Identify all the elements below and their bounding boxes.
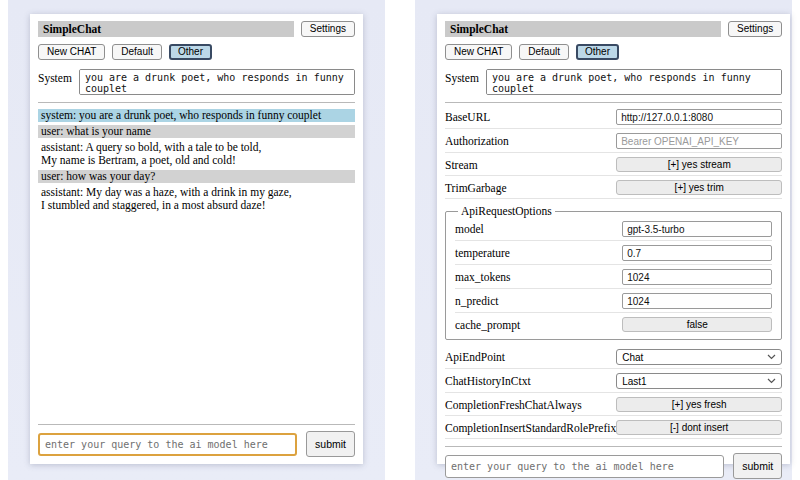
completion-insert-role-prefix-toggle-button[interactable]: [-] dont insert bbox=[616, 420, 782, 435]
select-value: Last1 bbox=[622, 376, 646, 387]
chevron-down-icon bbox=[767, 378, 776, 384]
setting-label: CompletionFreshChatAlways bbox=[445, 399, 582, 411]
app-header: SimpleChat Settings bbox=[38, 21, 355, 37]
chat-view-screenshot: SimpleChat Settings New CHAT Default Oth… bbox=[8, 0, 385, 480]
authorization-input[interactable] bbox=[616, 133, 782, 149]
setting-row-api-endpoint: ApiEndPoint Chat bbox=[445, 345, 782, 369]
chat-message-user: user: what is your name bbox=[38, 125, 355, 138]
setting-label: temperature bbox=[455, 247, 510, 259]
divider bbox=[38, 424, 355, 425]
query-input[interactable] bbox=[38, 433, 297, 456]
app-title-bar: SimpleChat bbox=[445, 21, 721, 37]
setting-row-authorization: Authorization bbox=[445, 129, 782, 153]
session-default-button[interactable]: Default bbox=[112, 44, 162, 60]
chat-message-user: user: how was your day? bbox=[38, 170, 355, 183]
chat-message-assistant: assistant: My day was a haze, with a dri… bbox=[38, 186, 355, 212]
settings-view-screenshot: SimpleChat Settings New CHAT Default Oth… bbox=[415, 0, 792, 480]
submit-button[interactable]: submit bbox=[306, 431, 355, 457]
setting-row-trimgarbage: TrimGarbage [+] yes trim bbox=[445, 176, 782, 199]
setting-row-stream: Stream [+] yes stream bbox=[445, 153, 782, 176]
n-predict-input[interactable] bbox=[622, 293, 772, 309]
system-prompt-textarea[interactable]: you are a drunk poet, who responds in fu… bbox=[79, 69, 355, 95]
setting-label: CompletionInsertStandardRolePrefix bbox=[445, 422, 616, 434]
setting-label: Authorization bbox=[445, 135, 509, 147]
setting-row-completion-insert-standard-role-prefix: CompletionInsertStandardRolePrefix [-] d… bbox=[445, 416, 782, 439]
simplechat-settings-view: SimpleChat Settings New CHAT Default Oth… bbox=[437, 14, 790, 464]
session-other-button[interactable]: Other bbox=[576, 44, 619, 60]
app-header: SimpleChat Settings bbox=[445, 21, 782, 37]
setting-label: n_predict bbox=[455, 295, 498, 307]
settings-button[interactable]: Settings bbox=[728, 21, 782, 37]
new-chat-button[interactable]: New CHAT bbox=[445, 44, 512, 60]
session-default-button[interactable]: Default bbox=[519, 44, 569, 60]
setting-label: TrimGarbage bbox=[445, 182, 507, 194]
setting-label: cache_prompt bbox=[455, 319, 520, 331]
setting-row-completion-fresh-chat-always: CompletionFreshChatAlways [+] yes fresh bbox=[445, 393, 782, 416]
settings-list: BaseURL Authorization Stream [+] yes str… bbox=[445, 105, 782, 439]
trimgarbage-toggle-button[interactable]: [+] yes trim bbox=[616, 180, 782, 195]
api-request-options-legend: ApiRequestOptions bbox=[458, 205, 555, 217]
setting-label: ChatHistoryInCtxt bbox=[445, 375, 531, 387]
session-toolbar: New CHAT Default Other bbox=[445, 44, 782, 60]
session-toolbar: New CHAT Default Other bbox=[38, 44, 355, 60]
app-title: SimpleChat bbox=[450, 23, 508, 35]
chat-message-system: system: you are a drunk poet, who respon… bbox=[38, 109, 355, 122]
setting-label: ApiEndPoint bbox=[445, 351, 505, 363]
spacer bbox=[38, 215, 355, 417]
setting-label: BaseURL bbox=[445, 111, 490, 123]
chevron-down-icon bbox=[767, 354, 776, 360]
system-prompt-row: System you are a drunk poet, who respond… bbox=[445, 69, 782, 95]
divider bbox=[445, 102, 782, 103]
baseurl-input[interactable] bbox=[616, 109, 782, 125]
system-prompt-row: System you are a drunk poet, who respond… bbox=[38, 69, 355, 95]
simplechat-chat-view: SimpleChat Settings New CHAT Default Oth… bbox=[30, 14, 363, 464]
submit-button[interactable]: submit bbox=[733, 453, 782, 479]
chat-history-in-ctxt-select[interactable]: Last1 bbox=[616, 373, 782, 389]
query-input[interactable] bbox=[445, 455, 724, 478]
composite-stage: SimpleChat Settings New CHAT Default Oth… bbox=[0, 0, 800, 480]
new-chat-button[interactable]: New CHAT bbox=[38, 44, 105, 60]
setting-row-chat-history-in-ctxt: ChatHistoryInCtxt Last1 bbox=[445, 369, 782, 393]
system-label: System bbox=[38, 69, 72, 84]
system-label: System bbox=[445, 69, 479, 84]
setting-row-max-tokens: max_tokens bbox=[455, 265, 772, 289]
setting-label: Stream bbox=[445, 159, 478, 171]
query-row: submit bbox=[445, 453, 782, 479]
temperature-input[interactable] bbox=[622, 245, 772, 261]
setting-row-baseurl: BaseURL bbox=[445, 105, 782, 129]
model-input[interactable] bbox=[622, 221, 772, 237]
setting-row-cache-prompt: cache_prompt false bbox=[455, 313, 772, 335]
divider bbox=[38, 102, 355, 103]
divider bbox=[445, 446, 782, 447]
setting-row-model: model bbox=[455, 217, 772, 241]
api-endpoint-select[interactable]: Chat bbox=[616, 349, 782, 365]
setting-label: max_tokens bbox=[455, 271, 511, 283]
setting-row-temperature: temperature bbox=[455, 241, 772, 265]
max-tokens-input[interactable] bbox=[622, 269, 772, 285]
chat-message-assistant: assistant: A query so bold, with a tale … bbox=[38, 141, 355, 167]
stream-toggle-button[interactable]: [+] yes stream bbox=[616, 157, 782, 172]
select-value: Chat bbox=[622, 352, 643, 363]
completion-fresh-chat-toggle-button[interactable]: [+] yes fresh bbox=[616, 397, 782, 412]
session-other-button[interactable]: Other bbox=[169, 44, 212, 60]
app-title-bar: SimpleChat bbox=[38, 21, 294, 37]
cache-prompt-toggle-button[interactable]: false bbox=[622, 317, 772, 332]
system-prompt-textarea[interactable]: you are a drunk poet, who responds in fu… bbox=[486, 69, 782, 95]
chat-messages: system: you are a drunk poet, who respon… bbox=[38, 109, 355, 215]
setting-label: model bbox=[455, 223, 484, 235]
app-title: SimpleChat bbox=[43, 23, 101, 35]
api-request-options-fieldset: ApiRequestOptions model temperature max_… bbox=[445, 205, 782, 340]
setting-row-n-predict: n_predict bbox=[455, 289, 772, 313]
query-row: submit bbox=[38, 431, 355, 457]
settings-button[interactable]: Settings bbox=[301, 21, 355, 37]
